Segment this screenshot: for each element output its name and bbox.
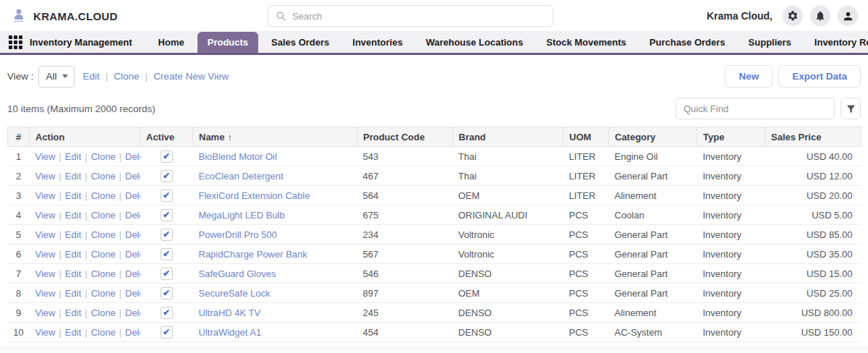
row-action-delete[interactable]: Delete	[125, 210, 140, 221]
nav-tab-sales-orders[interactable]: Sales Orders	[261, 32, 339, 53]
row-action-clone[interactable]: Clone	[91, 229, 116, 240]
active-checkbox[interactable]: ✔	[161, 307, 173, 319]
cell-active: ✔	[140, 166, 193, 186]
notifications-button[interactable]	[810, 6, 830, 26]
global-search[interactable]	[268, 5, 553, 27]
profile-button[interactable]	[838, 6, 858, 26]
row-action-edit[interactable]: Edit	[65, 327, 81, 338]
create-new-view-link[interactable]: Create New View	[153, 71, 229, 82]
col-header-type[interactable]: Type	[697, 127, 765, 147]
nav-tab-products[interactable]: Products	[197, 32, 258, 53]
col-header-active[interactable]: Active	[140, 127, 193, 147]
row-action-view[interactable]: View	[35, 327, 56, 338]
nav-tab-inventories[interactable]: Inventories	[342, 32, 412, 53]
row-action-delete[interactable]: Delete	[125, 151, 140, 162]
row-action-delete[interactable]: Delete	[125, 288, 140, 299]
row-action-view[interactable]: View	[35, 190, 56, 201]
edit-view-link[interactable]: Edit	[83, 71, 100, 82]
col-header-action[interactable]: Action	[30, 127, 140, 147]
row-action-clone[interactable]: Clone	[91, 327, 116, 338]
row-action-edit[interactable]: Edit	[65, 288, 81, 299]
row-action-clone[interactable]: Clone	[91, 171, 116, 182]
row-action-edit[interactable]: Edit	[65, 151, 81, 162]
cell-row-number: 9	[8, 303, 30, 323]
row-action-clone[interactable]: Clone	[91, 249, 116, 260]
row-action-delete[interactable]: Delete	[125, 327, 140, 338]
action-separator: |	[59, 249, 61, 260]
app-nav-bar: Inventory Management HomeProductsSales O…	[0, 32, 868, 55]
active-checkbox[interactable]: ✔	[161, 248, 173, 260]
row-action-view[interactable]: View	[35, 171, 56, 182]
clone-view-link[interactable]: Clone	[114, 71, 139, 82]
col-header-product-code[interactable]: Product Code	[357, 127, 453, 147]
active-checkbox[interactable]: ✔	[161, 150, 173, 163]
row-action-view[interactable]: View	[35, 151, 56, 162]
nav-tab-warehouse-locations[interactable]: Warehouse Locations	[416, 32, 534, 53]
col-header-sales-price[interactable]: Sales Price	[765, 127, 861, 147]
active-checkbox[interactable]: ✔	[161, 229, 173, 241]
row-action-edit[interactable]: Edit	[65, 171, 81, 182]
row-action-delete[interactable]: Delete	[125, 307, 140, 318]
product-name-link[interactable]: SecureSafe Lock	[199, 288, 271, 299]
row-action-edit[interactable]: Edit	[65, 268, 81, 279]
row-action-clone[interactable]: Clone	[91, 190, 116, 201]
row-action-delete[interactable]: Delete	[125, 171, 140, 182]
product-name-link[interactable]: FlexiCord Extension Cable	[199, 190, 310, 201]
row-action-edit[interactable]: Edit	[65, 307, 81, 318]
active-checkbox[interactable]: ✔	[161, 268, 173, 280]
nav-tab-suppliers[interactable]: Suppliers	[739, 32, 801, 53]
col-header-number[interactable]: #	[8, 127, 30, 147]
product-name-link[interactable]: RapidCharge Power Bank	[199, 249, 307, 260]
row-action-edit[interactable]: Edit	[65, 190, 81, 201]
product-name-link[interactable]: UltraHD 4K TV	[199, 307, 261, 318]
row-action-clone[interactable]: Clone	[91, 288, 116, 299]
row-action-delete[interactable]: Delete	[125, 229, 140, 240]
filter-button[interactable]	[841, 98, 861, 119]
search-input[interactable]	[292, 11, 545, 22]
active-checkbox[interactable]: ✔	[161, 170, 173, 182]
row-action-clone[interactable]: Clone	[91, 307, 116, 318]
product-name-link[interactable]: UltraWidget A1	[199, 327, 262, 338]
export-data-button[interactable]: Export Data	[778, 65, 861, 88]
view-select[interactable]: All	[38, 66, 75, 88]
product-name-link[interactable]: EcoClean Detergent	[199, 171, 284, 182]
settings-button[interactable]	[783, 6, 803, 26]
col-header-uom[interactable]: UOM	[563, 127, 609, 147]
row-action-delete[interactable]: Delete	[125, 190, 140, 201]
row-action-clone[interactable]: Clone	[91, 210, 116, 221]
cell-uom: LITER	[563, 186, 609, 205]
quick-find-input[interactable]	[676, 98, 835, 119]
row-action-view[interactable]: View	[35, 288, 56, 299]
product-name-link[interactable]: BioBlend Motor Oil	[199, 151, 277, 162]
row-action-edit[interactable]: Edit	[65, 229, 81, 240]
active-checkbox[interactable]: ✔	[161, 209, 173, 221]
active-checkbox[interactable]: ✔	[161, 326, 173, 339]
row-action-edit[interactable]: Edit	[65, 210, 81, 221]
row-action-delete[interactable]: Delete	[125, 249, 140, 260]
active-checkbox[interactable]: ✔	[161, 287, 173, 299]
row-action-clone[interactable]: Clone	[91, 151, 116, 162]
row-action-view[interactable]: View	[35, 210, 56, 221]
nav-tab-home[interactable]: Home	[148, 32, 195, 53]
row-action-edit[interactable]: Edit	[65, 249, 81, 260]
row-action-view[interactable]: View	[35, 229, 56, 240]
col-header-brand[interactable]: Brand	[453, 127, 563, 147]
cell-row-number: 1	[8, 147, 30, 166]
row-action-clone[interactable]: Clone	[91, 268, 116, 279]
nav-tab-stock-movements[interactable]: Stock Movements	[536, 32, 637, 53]
app-launcher-icon[interactable]	[9, 35, 22, 49]
row-action-view[interactable]: View	[35, 307, 56, 318]
product-name-link[interactable]: PowerDrill Pro 500	[199, 229, 277, 240]
row-action-view[interactable]: View	[35, 249, 56, 260]
product-name-link[interactable]: MegaLight LED Bulb	[199, 210, 285, 221]
active-checkbox[interactable]: ✔	[161, 190, 173, 202]
nav-tab-inventory-reports[interactable]: Inventory Reports	[804, 32, 868, 53]
row-action-view[interactable]: View	[35, 268, 56, 279]
row-action-delete[interactable]: Delete	[125, 268, 140, 279]
col-header-name[interactable]: Name↑	[193, 127, 357, 147]
new-button[interactable]: New	[725, 65, 773, 88]
product-name-link[interactable]: SafeGuard Gloves	[199, 268, 276, 279]
cell-brand: OEM	[453, 284, 563, 303]
nav-tab-purchase-orders[interactable]: Purchase Orders	[639, 32, 736, 53]
col-header-category[interactable]: Category	[609, 127, 697, 147]
